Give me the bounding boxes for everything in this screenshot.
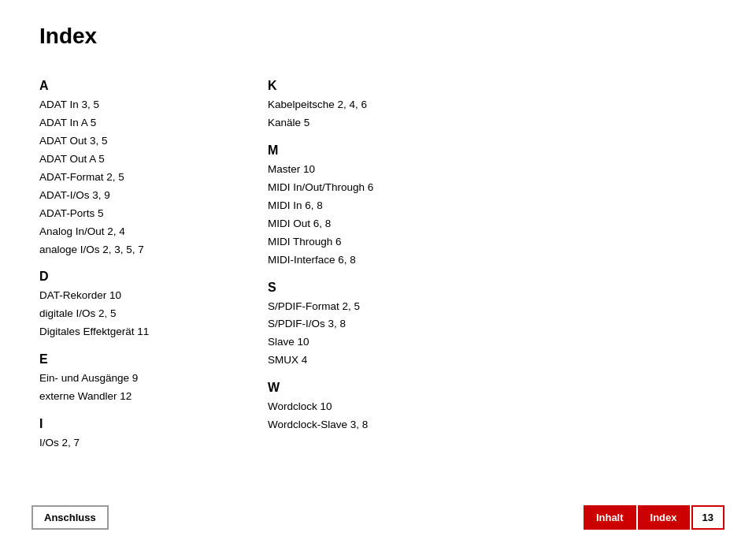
index-entry: S/PDIF-I/Os 3, 8	[268, 315, 528, 333]
index-entry: MIDI Through 6	[268, 233, 528, 251]
index-entry: Analog In/Out 2, 4	[39, 223, 244, 241]
index-entry: ADAT In A 5	[39, 114, 244, 132]
index-entry: ADAT Out 3, 5	[39, 132, 244, 151]
index-entry: MIDI-Interface 6, 8	[268, 251, 528, 270]
left-column: AADAT In 3, 5ADAT In A 5ADAT Out 3, 5ADA…	[39, 68, 260, 452]
index-entry: Ein- und Ausgänge 9	[39, 370, 244, 388]
index-letter-s: S	[268, 281, 528, 295]
index-entry: DAT-Rekorder 10	[39, 287, 244, 305]
page-title: Index	[39, 24, 717, 49]
index-letter-m: M	[268, 143, 528, 158]
index-entry: MIDI In/Out/Through 6	[268, 179, 528, 197]
index-entry: ADAT-Format 2, 5	[39, 169, 244, 187]
page-number: 13	[691, 505, 724, 530]
index-entry: digitale I/Os 2, 5	[39, 305, 244, 323]
index-entry: Digitales Effektgerät 11	[39, 323, 244, 341]
index-entry: Wordclock 10	[268, 398, 528, 416]
index-letter-i: I	[39, 417, 244, 431]
footer: Anschluss Inhalt Index 13	[0, 498, 756, 536]
index-entry: ADAT In 3, 5	[39, 96, 244, 114]
index-entry: ADAT Out A 5	[39, 151, 244, 169]
index-letter-e: E	[39, 352, 244, 367]
footer-left: Anschluss	[32, 505, 109, 530]
content-area: AADAT In 3, 5ADAT In A 5ADAT Out 3, 5ADA…	[39, 68, 717, 452]
right-column: KKabelpeitsche 2, 4, 6Kanäle 5MMaster 10…	[260, 68, 528, 452]
index-entry: analoge I/Os 2, 3, 5, 7	[39, 241, 244, 259]
index-entry: externe Wandler 12	[39, 388, 244, 406]
index-entry: ADAT-Ports 5	[39, 205, 244, 223]
index-entry: Kanäle 5	[268, 114, 528, 132]
page-container: Index AADAT In 3, 5ADAT In A 5ADAT Out 3…	[0, 0, 756, 536]
footer-right: Inhalt Index 13	[584, 505, 724, 530]
index-entry: Master 10	[268, 161, 528, 179]
index-letter-w: W	[268, 381, 528, 395]
index-entry: Wordclock-Slave 3, 8	[268, 416, 528, 434]
index-button[interactable]: Index	[638, 505, 690, 530]
inhalt-button[interactable]: Inhalt	[584, 505, 636, 530]
anschluss-button[interactable]: Anschluss	[32, 505, 109, 530]
index-entry: MIDI Out 6, 8	[268, 215, 528, 233]
index-entry: ADAT-I/Os 3, 9	[39, 187, 244, 205]
index-letter-a: A	[39, 79, 244, 93]
index-letter-k: K	[268, 79, 528, 93]
index-letter-d: D	[39, 270, 244, 284]
index-entry: I/Os 2, 7	[39, 434, 244, 452]
index-entry: S/PDIF-Format 2, 5	[268, 298, 528, 316]
index-entry: Kabelpeitsche 2, 4, 6	[268, 96, 528, 114]
index-entry: SMUX 4	[268, 352, 528, 370]
index-entry: MIDI In 6, 8	[268, 197, 528, 215]
index-entry: Slave 10	[268, 333, 528, 352]
